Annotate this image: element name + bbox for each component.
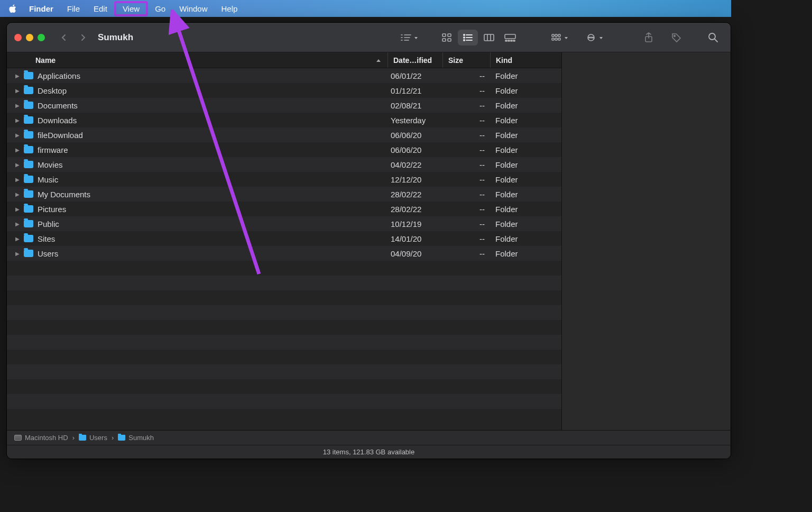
file-row[interactable]: ▶Users04/09/20--Folder <box>7 246 561 261</box>
menu-go[interactable]: Go <box>148 2 172 15</box>
file-row[interactable]: ▶Movies04/02/22--Folder <box>7 157 561 172</box>
icon-view-button[interactable] <box>437 30 457 45</box>
file-size: -- <box>445 190 492 199</box>
column-name[interactable]: Name <box>7 56 387 65</box>
disclosure-triangle-icon[interactable]: ▶ <box>15 162 22 168</box>
list-view-button[interactable] <box>458 30 478 45</box>
menu-view[interactable]: View <box>114 1 148 16</box>
disclosure-triangle-icon[interactable]: ▶ <box>15 251 22 257</box>
folder-icon <box>24 102 33 109</box>
file-size: -- <box>445 71 492 80</box>
back-button[interactable] <box>57 30 71 45</box>
disclosure-triangle-icon[interactable]: ▶ <box>15 73 22 79</box>
file-row[interactable]: ▶Desktop01/12/21--Folder <box>7 83 561 98</box>
folder-icon <box>24 72 33 79</box>
menu-edit[interactable]: Edit <box>87 2 114 15</box>
empty-row <box>7 290 561 305</box>
file-row[interactable]: ▶Sites14/01/20--Folder <box>7 231 561 246</box>
file-size: -- <box>445 116 492 125</box>
hard-disk-icon <box>14 435 22 441</box>
share-button[interactable] <box>639 30 659 45</box>
folder-icon <box>24 176 33 183</box>
file-row[interactable]: ▶Music12/12/20--Folder <box>7 172 561 187</box>
folder-icon <box>24 161 33 168</box>
empty-row <box>7 409 561 424</box>
file-date: 10/12/19 <box>390 220 445 228</box>
empty-row <box>7 335 561 350</box>
disclosure-triangle-icon[interactable]: ▶ <box>15 132 22 138</box>
file-date: 04/09/20 <box>390 249 445 258</box>
preview-pane <box>561 52 731 430</box>
folder-icon <box>79 435 86 441</box>
toolbar: Sumukh <box>7 23 731 52</box>
column-kind[interactable]: Kind <box>490 52 548 68</box>
action-menu-button[interactable] <box>578 30 605 45</box>
folder-icon <box>24 87 33 94</box>
file-row[interactable]: ▶firmware06/06/20--Folder <box>7 142 561 157</box>
file-name: Users <box>38 249 390 258</box>
svg-rect-29 <box>558 38 560 40</box>
empty-row <box>7 305 561 320</box>
svg-rect-19 <box>505 34 515 39</box>
path-crumb-users[interactable]: Users <box>79 434 107 442</box>
file-row[interactable]: ▶fileDownload06/06/20--Folder <box>7 127 561 142</box>
file-name: Sites <box>38 234 390 243</box>
folder-icon <box>24 116 33 124</box>
disclosure-triangle-icon[interactable]: ▶ <box>15 177 22 182</box>
file-name: Pictures <box>38 205 390 214</box>
file-date: 01/12/21 <box>390 86 445 95</box>
file-list[interactable]: ▶Applications06/01/22--Folder▶Desktop01/… <box>7 68 561 430</box>
svg-rect-28 <box>555 38 557 40</box>
minimize-button[interactable] <box>26 34 33 41</box>
path-bar: Macintosh HD › Users › Sumukh <box>7 430 731 445</box>
disclosure-triangle-icon[interactable]: ▶ <box>15 236 22 242</box>
svg-point-32 <box>589 37 590 38</box>
file-date: 06/06/20 <box>390 131 445 140</box>
path-crumb-root[interactable]: Macintosh HD <box>14 434 68 442</box>
path-crumb-current[interactable]: Sumukh <box>118 434 154 442</box>
disclosure-triangle-icon[interactable]: ▶ <box>15 117 22 123</box>
svg-rect-23 <box>513 40 515 41</box>
status-bar: 13 items, 121.83 GB available <box>7 445 731 459</box>
column-size[interactable]: Size <box>442 52 490 68</box>
file-row[interactable]: ▶DownloadsYesterday--Folder <box>7 113 561 127</box>
folder-icon <box>118 435 125 441</box>
menu-help[interactable]: Help <box>215 2 245 15</box>
file-date: 02/08/21 <box>390 101 445 110</box>
item-display-menu[interactable] <box>393 30 420 45</box>
menu-window[interactable]: Window <box>172 2 214 15</box>
file-name: fileDownload <box>38 131 390 140</box>
menu-app[interactable]: Finder <box>22 2 60 15</box>
column-date[interactable]: Date…ified <box>387 52 442 68</box>
file-size: -- <box>445 175 492 184</box>
disclosure-triangle-icon[interactable]: ▶ <box>15 191 22 197</box>
disclosure-triangle-icon[interactable]: ▶ <box>15 206 22 212</box>
file-row[interactable]: ▶My Documents28/02/22--Folder <box>7 187 561 202</box>
group-by-button[interactable] <box>543 30 570 45</box>
disclosure-triangle-icon[interactable]: ▶ <box>15 103 22 108</box>
file-row[interactable]: ▶Pictures28/02/22--Folder <box>7 202 561 216</box>
empty-row <box>7 394 561 409</box>
file-kind: Folder <box>492 131 550 140</box>
file-size: -- <box>445 249 492 258</box>
disclosure-triangle-icon[interactable]: ▶ <box>15 221 22 227</box>
apple-logo[interactable] <box>8 4 22 13</box>
menu-file[interactable]: File <box>60 2 87 15</box>
disclosure-triangle-icon[interactable]: ▶ <box>15 147 22 153</box>
column-view-button[interactable] <box>479 30 499 45</box>
file-row[interactable]: ▶Documents02/08/21--Folder <box>7 98 561 113</box>
zoom-button[interactable] <box>38 34 45 41</box>
forward-button[interactable] <box>76 30 90 45</box>
svg-rect-22 <box>511 40 512 41</box>
gallery-view-button[interactable] <box>500 30 520 45</box>
finder-window: Sumukh <box>6 22 731 459</box>
chevron-right-icon: › <box>112 434 114 442</box>
close-button[interactable] <box>14 34 22 41</box>
disclosure-triangle-icon[interactable]: ▶ <box>15 88 22 94</box>
file-kind: Folder <box>492 145 550 154</box>
search-button[interactable] <box>703 30 723 45</box>
tags-button[interactable] <box>666 30 686 45</box>
file-date: 14/01/20 <box>390 234 445 243</box>
file-row[interactable]: ▶Applications06/01/22--Folder <box>7 68 561 83</box>
file-row[interactable]: ▶Public10/12/19--Folder <box>7 216 561 231</box>
